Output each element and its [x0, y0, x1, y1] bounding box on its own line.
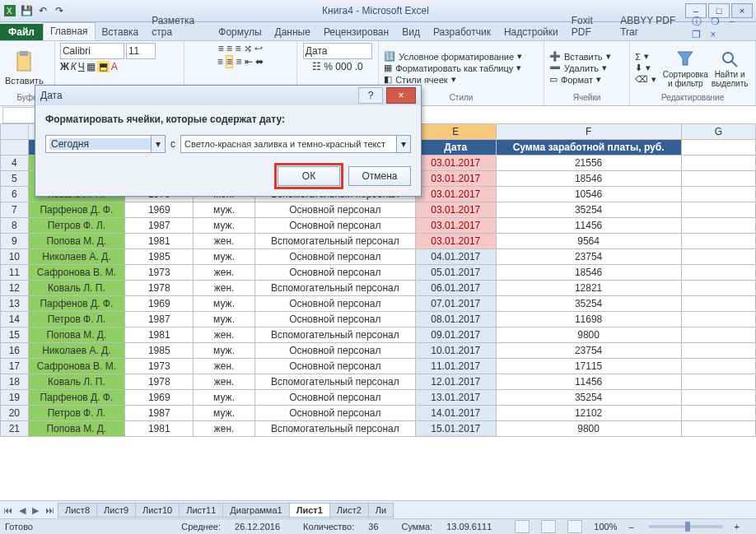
merge-icon[interactable]: ⬌ — [255, 56, 264, 67]
excel-icon: X — [3, 4, 16, 17]
dialog-help-button[interactable]: ? — [358, 87, 383, 104]
help-icon[interactable]: ❍ — [707, 16, 723, 27]
align-bot-icon[interactable]: ≡ — [235, 43, 240, 54]
tab-insert[interactable]: Вставка — [96, 24, 146, 40]
insert-cells-button[interactable]: ➕Вставить ▾ — [549, 51, 611, 62]
select-all-corner[interactable] — [1, 124, 29, 126]
group-cells: Ячейки — [549, 93, 624, 104]
bold-icon[interactable]: Ж — [60, 61, 69, 72]
mdi-minimize-button[interactable]: – — [726, 16, 738, 27]
undo-icon[interactable]: ↶ — [36, 4, 49, 17]
dialog-close-button[interactable]: × — [386, 87, 416, 104]
tab-data[interactable]: Данные — [268, 24, 317, 40]
cell-styles-button[interactable]: ◧Стили ячеек ▾ — [384, 74, 522, 85]
tab-layout[interactable]: Разметка стра — [145, 12, 212, 40]
table-icon: ▦ — [384, 63, 392, 73]
tab-view[interactable]: Вид — [395, 24, 427, 40]
border-icon[interactable]: ▦ — [86, 61, 96, 72]
mdi-restore-button[interactable]: ❐ — [688, 29, 704, 40]
font-size-combo[interactable]: 11 — [126, 43, 156, 59]
redo-icon[interactable]: ↷ — [53, 4, 66, 17]
font-color-icon[interactable]: A — [111, 61, 118, 72]
group-editing: Редактирование — [635, 93, 750, 104]
tab-home[interactable]: Главная — [43, 22, 96, 40]
currency-icon[interactable]: ☷ — [312, 61, 321, 72]
tab-abbyy[interactable]: ABBYY PDF Trar — [614, 12, 688, 40]
svg-text:X: X — [7, 7, 12, 16]
insert-icon: ➕ — [549, 51, 561, 62]
autosum-button[interactable]: Σ ▾ — [635, 51, 656, 62]
fill-icon: ⬇ — [635, 63, 642, 73]
date-rule-dialog: Дата ? × Форматировать ячейки, которые с… — [35, 85, 422, 125]
find-select-button[interactable]: Найти и выделить — [709, 49, 750, 88]
indent-dec-icon[interactable]: ⇤ — [245, 56, 253, 67]
cond-format-icon: 🔢 — [384, 51, 395, 62]
font-name-combo[interactable]: Calibri — [60, 43, 124, 59]
sum-icon: Σ — [635, 52, 641, 62]
tab-addins[interactable]: Надстройки — [497, 24, 565, 40]
number-format-combo[interactable]: Дата — [303, 43, 372, 59]
fill-color-icon[interactable]: ⬒ — [97, 61, 110, 72]
tab-file[interactable]: Файл — [0, 24, 43, 40]
align-right-icon[interactable]: ≡ — [236, 56, 241, 67]
align-mid-icon[interactable]: ≡ — [226, 43, 232, 54]
ribbon-min-icon[interactable]: ⓘ — [688, 16, 705, 27]
sort-filter-button[interactable]: Сортировка и фильтр — [665, 49, 706, 88]
clear-icon: ⌫ — [635, 74, 648, 85]
svg-line-5 — [731, 61, 737, 67]
dialog-prompt: Форматировать ячейки, которые содержат д… — [45, 114, 411, 125]
format-cells-button[interactable]: ▭Формат ▾ — [549, 74, 611, 85]
align-left-icon[interactable]: ≡ — [217, 56, 223, 67]
comma-icon[interactable]: 000 — [335, 61, 352, 72]
mdi-close-button[interactable]: × — [707, 29, 719, 40]
delete-cells-button[interactable]: ➖Удалить ▾ — [549, 63, 611, 73]
delete-icon: ➖ — [549, 63, 561, 73]
dialog-title: Дата — [40, 90, 358, 101]
align-top-icon[interactable]: ≡ — [218, 43, 224, 54]
svg-rect-3 — [20, 51, 28, 56]
col-header-g[interactable]: G — [681, 124, 755, 126]
tab-developer[interactable]: Разработчик — [427, 24, 497, 40]
percent-icon[interactable]: % — [324, 61, 333, 72]
col-header-e[interactable]: E — [415, 124, 496, 126]
italic-icon[interactable]: К — [71, 61, 77, 72]
underline-icon[interactable]: Ч — [78, 61, 85, 72]
col-header-f[interactable]: F — [496, 124, 681, 126]
fill-button[interactable]: ⬇ ▾ — [635, 63, 656, 73]
ribbon-tabs: Файл Главная Вставка Разметка стра Форму… — [0, 22, 756, 41]
format-icon: ▭ — [549, 74, 558, 85]
tab-formulas[interactable]: Формулы — [212, 24, 268, 40]
clear-button[interactable]: ⌫ ▾ — [635, 74, 656, 85]
inc-dec-icon[interactable]: .0 — [355, 61, 363, 72]
save-icon[interactable]: 💾 — [20, 4, 33, 17]
tab-review[interactable]: Рецензирован — [317, 24, 395, 40]
styles-icon: ◧ — [384, 74, 392, 85]
conditional-format-button[interactable]: 🔢Условное форматирование ▾ — [384, 51, 522, 62]
tab-foxit[interactable]: Foxit PDF — [565, 12, 614, 40]
orient-icon[interactable]: ⤭ — [244, 43, 252, 54]
wrap-icon[interactable]: ↩ — [254, 43, 263, 54]
format-as-table-button[interactable]: ▦Форматировать как таблицу ▾ — [384, 63, 522, 73]
paste-button[interactable]: Вставить — [5, 51, 44, 86]
align-center-icon[interactable]: ≡ — [226, 55, 233, 68]
